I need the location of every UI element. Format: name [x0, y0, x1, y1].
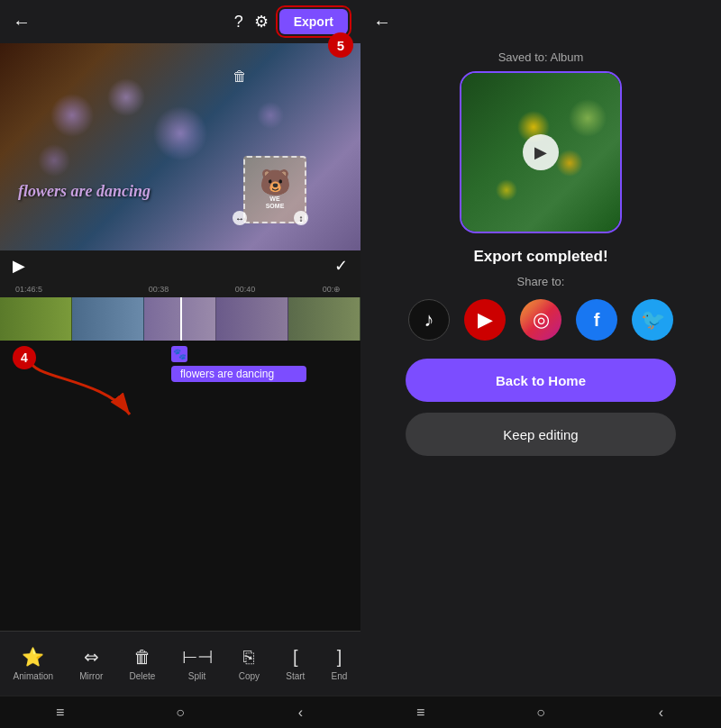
nav-menu-right[interactable]: ≡	[360, 705, 480, 721]
share-youtube-button[interactable]: ▶	[464, 299, 506, 341]
timeline-area: ▶ ✓ 01:46:5 00:38 00:40 00:⊕	[0, 250, 360, 631]
strip-seg-1	[0, 297, 72, 341]
share-tiktok-button[interactable]: ♪	[408, 299, 450, 341]
strip-seg-2	[72, 297, 144, 341]
help-button[interactable]: ?	[234, 13, 243, 32]
video-strip	[0, 297, 360, 341]
nav-home-right[interactable]: ○	[480, 705, 600, 721]
thumbnail-play-icon[interactable]: ▶	[523, 134, 559, 170]
animation-label: Animation	[14, 671, 53, 681]
strip-seg-5	[288, 297, 360, 341]
tool-animation[interactable]: ⭐ Animation	[14, 646, 53, 681]
bottom-nav-right: ≡ ○ ‹	[360, 696, 721, 728]
sticker-track-icon: 🐾	[171, 346, 187, 362]
delete-icon: 🗑	[133, 647, 151, 668]
text-track-area: 4 🐾 flowers are dancing	[0, 341, 360, 413]
top-right-icons: ? ⚙ Export	[234, 9, 348, 34]
time-tick-3: 00:40	[224, 285, 267, 294]
nav-menu-left[interactable]: ≡	[0, 705, 120, 721]
back-to-home-button[interactable]: Back to Home	[406, 359, 676, 402]
bottom-toolbar: ⭐ Animation ⇔ Mirror 🗑 Delete ⊢⊣ Split ⎘…	[0, 631, 360, 696]
right-panel: ← Saved to: Album ▶ Export completed! Sh…	[360, 0, 721, 728]
copy-icon: ⎘	[243, 647, 254, 668]
time-tick-2: 00:38	[137, 285, 180, 294]
right-back-button[interactable]: ←	[373, 12, 391, 32]
sticker-corner-br[interactable]: ↔	[233, 211, 247, 225]
video-text-overlay: flowers are dancing	[18, 182, 151, 201]
time-tick-1: 01:46:5	[7, 285, 50, 294]
strip-seg-4	[216, 297, 288, 341]
time-tick-4: 00:⊕	[310, 285, 353, 294]
video-preview: flowers are dancing 🐻 WESOME 🗑 ↕ ↔	[0, 43, 360, 250]
sticker-label: WESOME	[266, 196, 285, 209]
saved-label: Saved to: Album	[360, 50, 721, 64]
tool-delete[interactable]: 🗑 Delete	[130, 647, 156, 681]
share-facebook-button[interactable]: f	[576, 299, 617, 341]
export-completed-text: Export completed!	[473, 248, 607, 266]
split-label: Split	[188, 671, 205, 681]
sticker-trash-icon[interactable]: 🗑	[233, 68, 247, 85]
nav-home-left[interactable]: ○	[120, 705, 240, 721]
sticker-resize-handle[interactable]: ↕	[294, 211, 308, 225]
nav-back-left[interactable]: ‹	[241, 705, 360, 721]
arrow-annotation	[13, 360, 157, 432]
playhead	[180, 297, 182, 341]
tool-copy[interactable]: ⎘ Copy	[239, 647, 260, 681]
export-button[interactable]: Export	[279, 9, 348, 34]
share-icons-row: ♪ ▶ ◎ f 🐦	[408, 299, 673, 341]
top-bar: ← ? ⚙ Export	[0, 0, 360, 43]
tool-mirror[interactable]: ⇔ Mirror	[79, 646, 103, 681]
share-instagram-button[interactable]: ◎	[520, 299, 561, 341]
tool-split[interactable]: ⊢⊣ Split	[182, 646, 213, 681]
copy-label: Copy	[239, 671, 260, 681]
play-button[interactable]: ▶	[13, 256, 25, 276]
end-label: End	[332, 671, 348, 681]
settings-button[interactable]: ⚙	[254, 12, 269, 32]
timeline-controls: ▶ ✓	[0, 250, 360, 281]
end-icon: ]	[337, 647, 342, 668]
start-icon: [	[293, 647, 298, 668]
nav-back-right[interactable]: ‹	[601, 705, 721, 721]
sticker-emoji: 🐻	[260, 170, 291, 196]
mirror-icon: ⇔	[84, 646, 99, 668]
right-top-bar: ←	[360, 0, 721, 43]
export-thumbnail[interactable]: ▶	[460, 71, 622, 233]
text-track-label[interactable]: flowers are dancing	[171, 366, 306, 382]
left-panel: ← ? ⚙ Export 5 flowers are dancing 🐻 WES…	[0, 0, 360, 728]
bottom-nav-left: ≡ ○ ‹	[0, 696, 360, 728]
video-background: flowers are dancing 🐻 WESOME 🗑 ↕ ↔	[0, 43, 360, 250]
share-label: Share to:	[517, 275, 565, 288]
animation-icon: ⭐	[22, 646, 44, 668]
keep-editing-button[interactable]: Keep editing	[406, 413, 676, 456]
start-label: Start	[286, 671, 305, 681]
mirror-label: Mirror	[79, 671, 103, 681]
tool-start[interactable]: [ Start	[286, 647, 305, 681]
back-button[interactable]: ←	[13, 12, 31, 32]
tool-end[interactable]: ] End	[332, 647, 348, 681]
step-4-badge: 4	[13, 346, 36, 369]
split-icon: ⊢⊣	[182, 646, 213, 668]
delete-label: Delete	[130, 671, 156, 681]
time-ruler: 01:46:5 00:38 00:40 00:⊕	[0, 281, 360, 297]
check-button[interactable]: ✓	[334, 256, 348, 276]
step-5-badge: 5	[328, 32, 353, 58]
share-twitter-button[interactable]: 🐦	[632, 299, 673, 341]
